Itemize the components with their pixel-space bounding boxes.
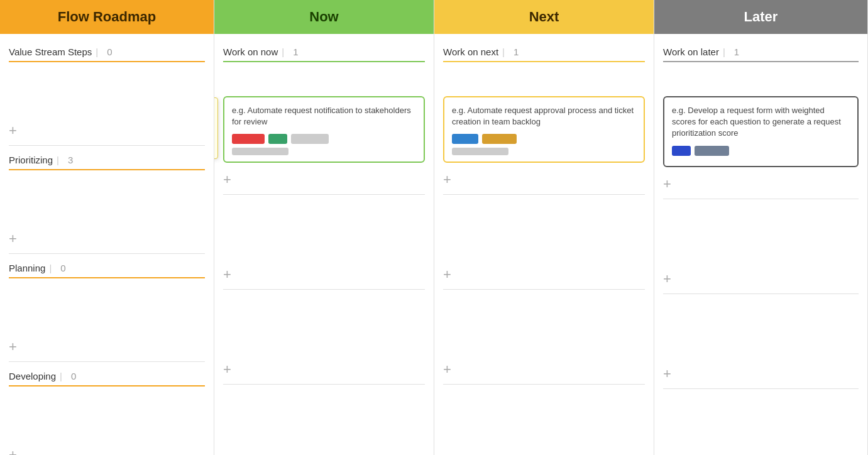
later-sub-count: 1 [734, 47, 739, 57]
add-next-planning-btn[interactable]: + [443, 263, 451, 289]
developing-header: Developing | 0 [9, 365, 205, 386]
section-prioritizing: Prioritizing | 3 + [9, 148, 205, 254]
tag-darkblue [672, 146, 691, 156]
section-value-stream: Value Stream Steps | 0 + [9, 40, 205, 146]
column-flow: Flow Roadmap Value Stream Steps | 0 + Pr… [0, 0, 214, 455]
next-sub-title: Work on next [443, 47, 498, 57]
now-value-stream-area [223, 69, 425, 94]
later-card-1[interactable]: e.g. Develop a request form with weighte… [663, 96, 859, 167]
later-sub-title: Work on later [663, 47, 719, 57]
value-stream-count: 0 [107, 47, 112, 57]
section-planning: Planning | 0 + [9, 256, 205, 362]
now-card-1-text: e.g. Automate request notification to st… [232, 105, 416, 128]
tag-blue [452, 134, 478, 144]
now-header: Now [214, 0, 434, 34]
prioritizing-title: Prioritizing [9, 155, 53, 165]
later-planning-area [663, 202, 859, 265]
developing-area [9, 390, 205, 441]
next-header: Next [434, 0, 654, 34]
planning-count: 0 [60, 263, 65, 273]
now-sub-title: Work on now [223, 47, 278, 57]
tag-gray [291, 134, 329, 144]
flow-body: Value Stream Steps | 0 + Prioritizing | … [0, 34, 214, 455]
now-developing-area [223, 292, 425, 355]
next-planning-area [443, 197, 645, 260]
next-title: Next [529, 9, 559, 25]
next-value-stream-area [443, 69, 645, 94]
developing-count: 0 [71, 371, 76, 381]
add-next-developing-btn[interactable]: + [443, 358, 451, 384]
later-card-1-text: e.g. Develop a request form with weighte… [672, 105, 850, 140]
later-developing-area [663, 297, 859, 359]
next-developing-area [443, 292, 645, 355]
add-later-planning-btn[interactable]: + [663, 267, 671, 293]
next-card-1[interactable]: e.g. Automate request approval process a… [443, 96, 645, 163]
now-card-1-tags [232, 134, 416, 144]
board: Flow Roadmap Value Stream Steps | 0 + Pr… [0, 0, 868, 455]
prioritizing-area [9, 174, 205, 224]
add-prioritizing-btn[interactable]: + [9, 227, 17, 253]
later-body: Work on later | 1 e.g. Develop a request… [654, 34, 867, 455]
column-next: Next Work on next | 1 e.g. Automate requ… [434, 0, 654, 455]
planning-title: Planning [9, 263, 45, 273]
next-card-1-text: e.g. Automate request approval process a… [452, 105, 636, 128]
add-next-prioritizing-btn[interactable]: + [443, 168, 451, 194]
add-developing-btn[interactable]: + [9, 443, 17, 455]
tooltip: 💡 Use tags to add details to the work. Y… [214, 97, 218, 159]
flow-title: Flow Roadmap [58, 9, 156, 25]
now-sub-count: 1 [293, 47, 298, 57]
add-later-prioritizing-btn[interactable]: + [663, 172, 671, 199]
next-card-1-subtag [452, 148, 508, 155]
now-body: Work on now | 1 💡 Use tags to add detail… [214, 34, 434, 455]
section-developing: Developing | 0 + [9, 365, 205, 455]
next-body: Work on next | 1 e.g. Automate request a… [434, 34, 654, 455]
column-later: Later Work on later | 1 e.g. Develop a r… [654, 0, 868, 455]
later-value-stream-area [663, 69, 859, 94]
later-header: Later [654, 0, 867, 34]
tag-yellow [482, 134, 517, 144]
tag-red [232, 134, 265, 144]
now-title: Now [309, 9, 338, 25]
add-now-prioritizing-btn[interactable]: + [223, 168, 231, 194]
prioritizing-count: 3 [68, 155, 73, 165]
next-subheader: Work on next | 1 [443, 40, 645, 62]
value-stream-area [9, 66, 205, 116]
now-prioritizing-area: 💡 Use tags to add details to the work. Y… [223, 96, 425, 163]
planning-area [9, 282, 205, 332]
add-planning-btn[interactable]: + [9, 335, 17, 361]
later-subheader: Work on later | 1 [663, 40, 859, 62]
later-prioritizing-area: e.g. Develop a request form with weighte… [663, 96, 859, 167]
prioritizing-header: Prioritizing | 3 [9, 148, 205, 170]
next-prioritizing-area: e.g. Automate request approval process a… [443, 96, 645, 163]
add-value-stream-btn[interactable]: + [9, 119, 17, 145]
column-now: Now Work on now | 1 💡 Use tags to add de… [214, 0, 434, 455]
later-title: Later [744, 9, 778, 25]
tag-green [268, 134, 287, 144]
later-card-1-tags [672, 146, 850, 156]
now-subheader: Work on now | 1 [223, 40, 425, 62]
add-later-developing-btn[interactable]: + [663, 362, 671, 388]
next-card-1-tags [452, 134, 636, 144]
developing-title: Developing [9, 371, 56, 381]
planning-header: Planning | 0 [9, 256, 205, 278]
now-card-1[interactable]: 💡 Use tags to add details to the work. Y… [223, 96, 425, 163]
now-planning-area [223, 197, 425, 260]
next-sub-count: 1 [514, 47, 519, 57]
now-card-1-subtag [232, 148, 288, 155]
flow-header: Flow Roadmap [0, 0, 214, 34]
value-stream-header: Value Stream Steps | 0 [9, 40, 205, 62]
tag-darkgray [695, 146, 729, 156]
add-now-planning-btn[interactable]: + [223, 263, 231, 289]
add-now-developing-btn[interactable]: + [223, 358, 231, 384]
value-stream-title: Value Stream Steps [9, 47, 92, 57]
